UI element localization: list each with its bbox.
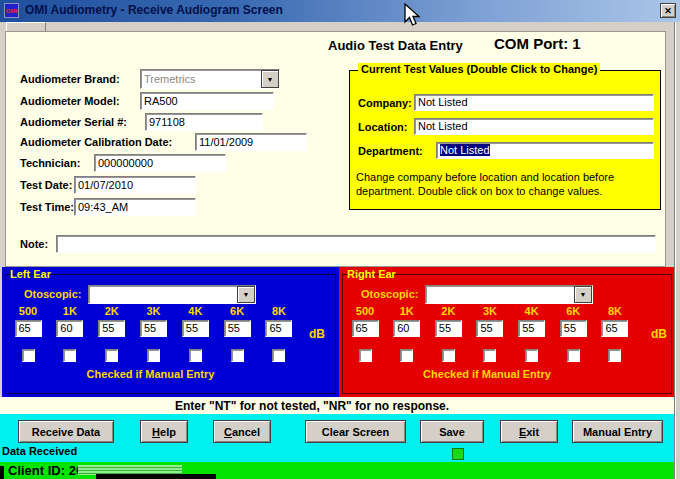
chevron-down-icon[interactable]: ▼: [574, 286, 592, 303]
freq-column: 1K 60: [54, 305, 86, 362]
right-manual-checkbox-8k[interactable]: [608, 349, 621, 362]
left-ear-title: Left Ear: [10, 268, 51, 280]
freq-label: 8K: [272, 305, 286, 320]
freq-column: 4K 55: [179, 305, 211, 362]
right-db-1k[interactable]: 60: [393, 320, 420, 337]
freq-column: 3K 55: [474, 305, 506, 362]
right-db-2k[interactable]: 55: [435, 320, 462, 337]
freq-column: 2K 55: [96, 305, 128, 362]
freq-column: 3K 55: [137, 305, 169, 362]
brand-dropdown[interactable]: Tremetrics ▼: [140, 69, 280, 89]
test-time-field[interactable]: [74, 198, 196, 216]
department-value: Not Listed: [440, 144, 490, 156]
calibration-label: Audiometer Calibration Date:: [20, 136, 172, 148]
mouse-cursor: [403, 3, 423, 33]
company-label: Company:: [358, 97, 412, 109]
left-ear-panel: Left Ear Otoscopic: ▼ 500 65 1K 60 2K 55: [2, 267, 339, 397]
serial-field[interactable]: [145, 113, 263, 131]
nt-hint-strip: Enter "NT" for not tested, "NR" for no r…: [0, 397, 680, 414]
window-subtab: [6, 22, 46, 31]
left-db-2k[interactable]: 55: [98, 320, 125, 337]
left-db-4k[interactable]: 55: [182, 320, 209, 337]
cancel-button[interactable]: Cancel: [213, 420, 271, 443]
left-otoscopic-dropdown[interactable]: ▼: [88, 285, 256, 304]
brand-label: Audiometer Brand:: [20, 73, 120, 85]
left-db-500[interactable]: 65: [15, 320, 42, 337]
right-db-4k[interactable]: 55: [518, 320, 545, 337]
chevron-down-icon[interactable]: ▼: [261, 70, 279, 88]
calibration-field[interactable]: [195, 133, 307, 151]
window-right-border: [674, 22, 680, 479]
left-db-1k[interactable]: 60: [56, 320, 83, 337]
close-icon[interactable]: ✕: [660, 3, 676, 18]
left-db-3k[interactable]: 55: [140, 320, 167, 337]
right-manual-checkbox-3k[interactable]: [483, 349, 496, 362]
title-bar: OMI OMI Audiometry - Receive Audiogram S…: [0, 0, 680, 22]
department-field[interactable]: Not Listed: [436, 142, 654, 159]
right-manual-checkbox-1k[interactable]: [400, 349, 413, 362]
clear-screen-button[interactable]: Clear Screen: [305, 420, 406, 443]
test-values-hint: Change company before location and locat…: [356, 171, 656, 199]
note-field[interactable]: [56, 235, 656, 253]
left-frequency-row: 500 65 1K 60 2K 55 3K 55 4K 55: [12, 305, 295, 362]
test-date-label: Test Date:: [20, 179, 72, 191]
left-manual-checkbox-500[interactable]: [22, 349, 35, 362]
right-db-8k[interactable]: 65: [601, 320, 628, 337]
left-manual-checkbox-1k[interactable]: [63, 349, 76, 362]
right-ear-title: Right Ear: [347, 268, 396, 280]
app-window: OMI OMI Audiometry - Receive Audiogram S…: [0, 0, 680, 479]
location-value: Not Listed: [418, 120, 468, 132]
left-db-8k[interactable]: 65: [265, 320, 292, 337]
status-indicator: [452, 448, 464, 460]
freq-column: 500 65: [12, 305, 44, 362]
test-date-field[interactable]: [74, 176, 196, 194]
left-manual-checkbox-4k[interactable]: [189, 349, 202, 362]
left-manual-checkbox-8k[interactable]: [272, 349, 285, 362]
com-port-label: COM Port: 1: [494, 35, 581, 52]
chevron-down-icon[interactable]: ▼: [237, 286, 255, 303]
status-bar: Client ID: 2003: [0, 462, 680, 479]
right-manual-checkbox-4k[interactable]: [525, 349, 538, 362]
right-manual-checkbox-2k[interactable]: [442, 349, 455, 362]
app-icon: OMI: [4, 3, 19, 18]
left-manual-checkbox-2k[interactable]: [105, 349, 118, 362]
left-db-unit-label: dB: [309, 327, 325, 341]
save-button[interactable]: Save: [420, 420, 484, 443]
model-field[interactable]: [140, 92, 274, 110]
left-otoscopic-label: Otoscopic:: [24, 288, 81, 300]
exit-button[interactable]: Exit: [500, 420, 558, 443]
left-manual-checkbox-6k[interactable]: [231, 349, 244, 362]
left-manual-entry-label: Checked if Manual Entry: [2, 368, 299, 380]
status-bar-tick: [0, 466, 4, 479]
window-title: OMI Audiometry - Receive Audiogram Scree…: [25, 3, 283, 17]
technician-label: Technician:: [20, 157, 80, 169]
company-field[interactable]: Not Listed: [414, 94, 654, 111]
right-frequency-row: 500 65 1K 60 2K 55 3K 55 4K 55: [349, 305, 631, 362]
right-otoscopic-dropdown[interactable]: ▼: [425, 285, 593, 304]
freq-label: 500: [356, 305, 374, 320]
right-db-500[interactable]: 65: [352, 320, 379, 337]
receive-data-button[interactable]: Receive Data: [18, 420, 114, 443]
redaction-shadow: [96, 474, 216, 479]
location-field[interactable]: Not Listed: [414, 118, 654, 135]
right-manual-checkbox-6k[interactable]: [567, 349, 580, 362]
main-form-panel: Audio Test Data Entry COM Port: 1 Audiom…: [5, 31, 666, 267]
note-label: Note:: [20, 238, 48, 250]
freq-label: 500: [19, 305, 37, 320]
right-db-6k[interactable]: 55: [560, 320, 587, 337]
freq-column: 6K 55: [557, 305, 589, 362]
freq-column: 500 65: [349, 305, 381, 362]
freq-label: 8K: [608, 305, 622, 320]
right-manual-checkbox-500[interactable]: [359, 349, 372, 362]
right-otoscopic-label: Otoscopic:: [361, 288, 418, 300]
freq-label: 3K: [483, 305, 497, 320]
left-manual-checkbox-3k[interactable]: [147, 349, 160, 362]
freq-label: 4K: [525, 305, 539, 320]
help-button[interactable]: Help: [140, 420, 188, 443]
technician-field[interactable]: [94, 154, 226, 172]
left-db-6k[interactable]: 55: [224, 320, 251, 337]
manual-entry-button[interactable]: Manual Entry: [572, 420, 663, 443]
freq-label: 6K: [566, 305, 580, 320]
right-db-3k[interactable]: 55: [476, 320, 503, 337]
department-label: Department:: [358, 145, 423, 157]
